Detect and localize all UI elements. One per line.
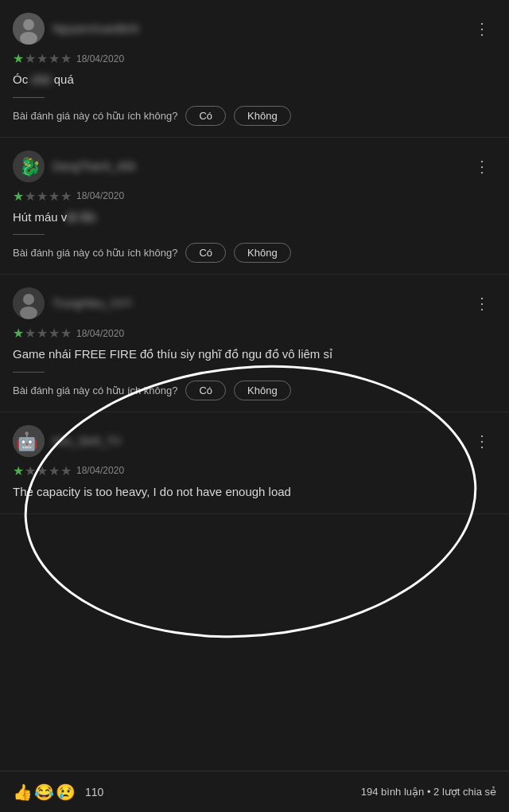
stars-row: ★ ★ ★ ★ ★ 18/04/2020: [13, 463, 496, 478]
review-item-circled: TrungHieu_VVY ⋮ ★ ★ ★ ★ ★ 18/04/2020 Gam…: [0, 275, 509, 412]
avatar: [13, 287, 45, 319]
bottom-bar: 👍 😂 😢 110 194 bình luận • 2 lượt chia sẻ: [0, 771, 509, 812]
review-header: NguyenXuanBinh ⋮: [13, 13, 496, 45]
svg-point-6: [23, 294, 34, 305]
star-5: ★: [60, 189, 72, 204]
reviewer-name: NguyenXuanBinh: [52, 22, 139, 35]
svg-text:🤖: 🤖: [16, 431, 38, 452]
star-3: ★: [37, 326, 48, 341]
svg-point-1: [23, 19, 34, 30]
star-2: ★: [25, 51, 36, 66]
review-list: NguyenXuanBinh ⋮ ★ ★ ★ ★ ★ 18/04/2020 Óc…: [0, 0, 509, 562]
divider: [13, 97, 45, 98]
review-item: 🐉 DangThanh_456 ⋮ ★ ★ ★ ★ ★ 18/04/2020 H…: [0, 138, 509, 275]
star-rating: ★ ★ ★ ★ ★: [13, 326, 72, 341]
star-1: ★: [13, 463, 24, 478]
helpful-label: Bài đánh giá này có hữu ích không?: [13, 247, 177, 259]
star-5: ★: [60, 326, 72, 341]
stars-row: ★ ★ ★ ★ ★ 18/04/2020: [13, 189, 496, 204]
reaction-icons: 👍 😂 😢: [13, 783, 76, 802]
comment-info: 194 bình luận • 2 lượt chia sẻ: [361, 786, 496, 798]
review-item: 🤖 Hoc_Sinh_TV ⋮ ★ ★ ★ ★ ★ 18/04/2020 The…: [0, 412, 509, 515]
like-icon: 👍: [13, 783, 33, 802]
avatar: [13, 13, 45, 45]
star-2: ★: [25, 463, 36, 478]
helpful-yes-button[interactable]: Có: [185, 381, 226, 400]
reviewer-info: 🤖 Hoc_Sinh_TV: [13, 425, 121, 457]
star-2: ★: [25, 326, 36, 341]
helpful-row: Bài đánh giá này có hữu ích không? Có Kh…: [13, 243, 496, 263]
star-rating: ★ ★ ★ ★ ★: [13, 463, 72, 478]
stars-row: ★ ★ ★ ★ ★ 18/04/2020: [13, 326, 496, 341]
star-3: ★: [37, 189, 48, 204]
more-options-icon[interactable]: ⋮: [468, 16, 496, 41]
star-4: ★: [49, 326, 60, 341]
star-2: ★: [25, 189, 36, 204]
reviewer-info: NguyenXuanBinh: [13, 13, 139, 45]
reviewer-name: TrungHieu_VVY: [52, 297, 133, 310]
helpful-label: Bài đánh giá này có hữu ích không?: [13, 385, 177, 396]
review-text: Óc chó quá: [13, 71, 496, 89]
haha-icon: 😂: [34, 783, 54, 802]
reviewer-info: 🐉 DangThanh_456: [13, 150, 135, 182]
star-3: ★: [37, 463, 48, 478]
svg-text:🐉: 🐉: [19, 156, 41, 178]
star-4: ★: [49, 463, 60, 478]
review-item: NguyenXuanBinh ⋮ ★ ★ ★ ★ ★ 18/04/2020 Óc…: [0, 0, 509, 138]
star-3: ★: [37, 51, 48, 66]
review-date: 18/04/2020: [76, 328, 124, 339]
svg-point-2: [20, 32, 37, 45]
divider: [13, 372, 45, 373]
review-header: 🤖 Hoc_Sinh_TV ⋮: [13, 425, 496, 457]
helpful-no-button[interactable]: Không: [234, 381, 291, 400]
star-4: ★: [49, 51, 60, 66]
helpful-yes-button[interactable]: Có: [185, 243, 226, 263]
more-options-icon[interactable]: ⋮: [468, 291, 496, 316]
divider: [13, 234, 45, 235]
helpful-no-button[interactable]: Không: [234, 106, 291, 126]
stars-row: ★ ★ ★ ★ ★ 18/04/2020: [13, 51, 496, 66]
reaction-count: 110: [85, 786, 103, 798]
star-1: ★: [13, 326, 24, 341]
helpful-no-button[interactable]: Không: [234, 243, 291, 263]
avatar: 🐉: [13, 150, 45, 182]
review-date: 18/04/2020: [76, 465, 124, 476]
helpful-row: Bài đánh giá này có hữu ích không? Có Kh…: [13, 381, 496, 400]
star-5: ★: [60, 51, 72, 66]
reviewer-info: TrungHieu_VVY: [13, 287, 133, 319]
review-text: Game nhái FREE FIRE đồ thíu siy nghĩ đồ …: [13, 345, 496, 364]
review-header: TrungHieu_VVY ⋮: [13, 287, 496, 319]
more-options-icon[interactable]: ⋮: [468, 154, 496, 179]
review-text: Hút máu vãi lồn: [13, 209, 496, 227]
helpful-row: Bài đánh giá này có hữu ích không? Có Kh…: [13, 106, 496, 126]
helpful-label: Bài đánh giá này có hữu ích không?: [13, 110, 177, 122]
star-rating: ★ ★ ★ ★ ★: [13, 51, 72, 66]
svg-point-7: [20, 306, 37, 319]
more-options-icon[interactable]: ⋮: [468, 428, 496, 454]
sad-icon: 😢: [56, 783, 76, 802]
helpful-yes-button[interactable]: Có: [185, 106, 226, 126]
star-5: ★: [60, 463, 72, 478]
review-text: The capacity is too heavy, I do not have…: [13, 483, 496, 502]
reviewer-name: DangThanh_456: [52, 160, 135, 173]
star-rating: ★ ★ ★ ★ ★: [13, 189, 72, 204]
review-date: 18/04/2020: [76, 53, 124, 64]
reviewer-name: Hoc_Sinh_TV: [52, 435, 121, 447]
star-1: ★: [13, 189, 24, 204]
review-header: 🐉 DangThanh_456 ⋮: [13, 150, 496, 182]
avatar: 🤖: [13, 425, 45, 457]
review-date: 18/04/2020: [76, 190, 124, 201]
star-4: ★: [49, 189, 60, 204]
star-1: ★: [13, 51, 24, 66]
